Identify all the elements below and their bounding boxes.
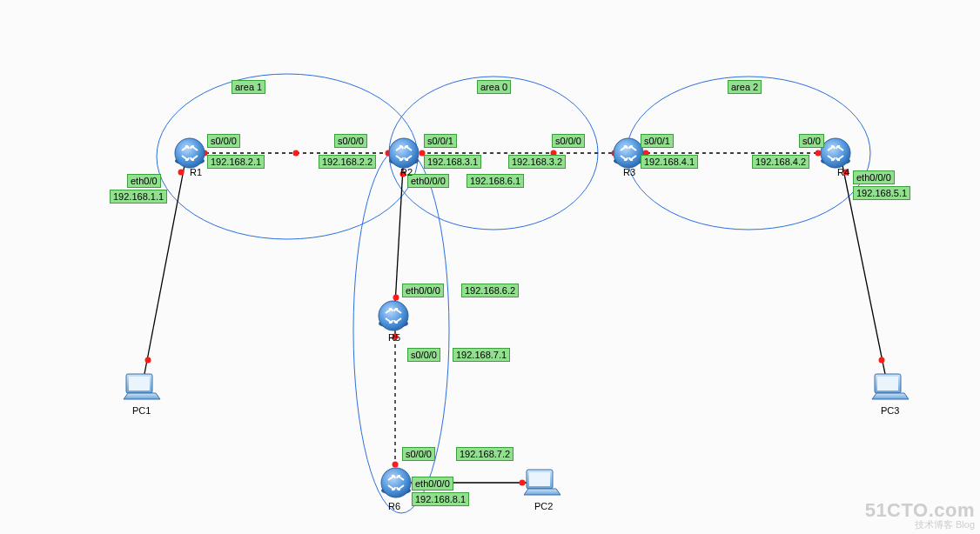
ip-r5r6-b: 192.168.7.2 <box>456 447 513 461</box>
svg-point-21 <box>520 480 526 486</box>
ip-r5r6-a: 192.168.7.1 <box>453 348 510 362</box>
ip-r3r4-b: 192.168.4.2 <box>752 155 809 169</box>
watermark-tag: 技术博客 Blog <box>865 520 975 531</box>
r1-eth-label: eth0/0 <box>127 174 161 188</box>
r5-s000-label: s0/0/0 <box>407 348 440 362</box>
ip-r1-pc1: 192.168.1.1 <box>110 190 167 204</box>
r2-name: R2 <box>400 167 413 177</box>
svg-point-9 <box>293 150 299 157</box>
area-0-label: area 0 <box>477 80 511 94</box>
diagram-canvas: area 1 area 0 area 2 s0/0/0 s0/0/0 s0/0/… <box>0 0 980 534</box>
ip-r4-pc3: 192.168.5.1 <box>853 186 910 200</box>
svg-point-25 <box>879 357 885 364</box>
ip-r3r4-a: 192.168.4.1 <box>641 155 698 169</box>
ip-r1r2-b: 192.168.2.2 <box>319 155 376 169</box>
ip-r2r3-b: 192.168.3.2 <box>508 155 566 169</box>
svg-point-15 <box>816 150 822 157</box>
ip-r2r5-b: 192.168.6.2 <box>461 284 519 297</box>
r5-eth-label: eth0/0/0 <box>402 284 444 297</box>
r6-name: R6 <box>388 501 400 511</box>
pc3-name: PC3 <box>881 405 899 416</box>
ip-r2r3-a: 192.168.3.1 <box>424 155 481 169</box>
svg-point-23 <box>145 357 151 364</box>
ip-r6-pc2: 192.168.8.1 <box>412 492 469 506</box>
r4-eth-label: eth0/0/0 <box>853 170 895 184</box>
ip-r1r2-a: 192.168.2.1 <box>207 155 265 169</box>
svg-point-19 <box>393 462 399 468</box>
r1-name: R1 <box>190 167 202 177</box>
area-2-label: area 2 <box>728 80 762 94</box>
r2-s000-label: s0/0/0 <box>334 134 367 148</box>
svg-point-17 <box>393 295 399 301</box>
r4-s001-label: s0/0 <box>799 134 824 148</box>
area-1-label: area 1 <box>232 80 265 94</box>
svg-point-22 <box>178 170 185 176</box>
r3-s000-label: s0/0/0 <box>552 134 585 148</box>
r5-name: R5 <box>388 332 400 343</box>
r2-s001-label: s0/0/1 <box>424 134 457 148</box>
ip-r2r5-a: 192.168.6.1 <box>467 174 524 188</box>
r6-eth-label: eth0/0/0 <box>412 477 453 491</box>
r4-name: R4 <box>837 167 849 177</box>
r2-eth-label: eth0/0/0 <box>407 174 449 188</box>
r3-name: R3 <box>623 167 635 177</box>
pc1-name: PC1 <box>132 405 151 416</box>
r1-s000-label: s0/0/0 <box>207 134 240 148</box>
watermark-brand: 51CTO.com <box>865 500 975 520</box>
r6-s000-label: s0/0/0 <box>402 447 435 461</box>
r3-s001-label: s0/0/1 <box>641 134 674 148</box>
pc2-name: PC2 <box>534 501 553 511</box>
watermark: 51CTO.com 技术博客 Blog <box>865 500 975 531</box>
